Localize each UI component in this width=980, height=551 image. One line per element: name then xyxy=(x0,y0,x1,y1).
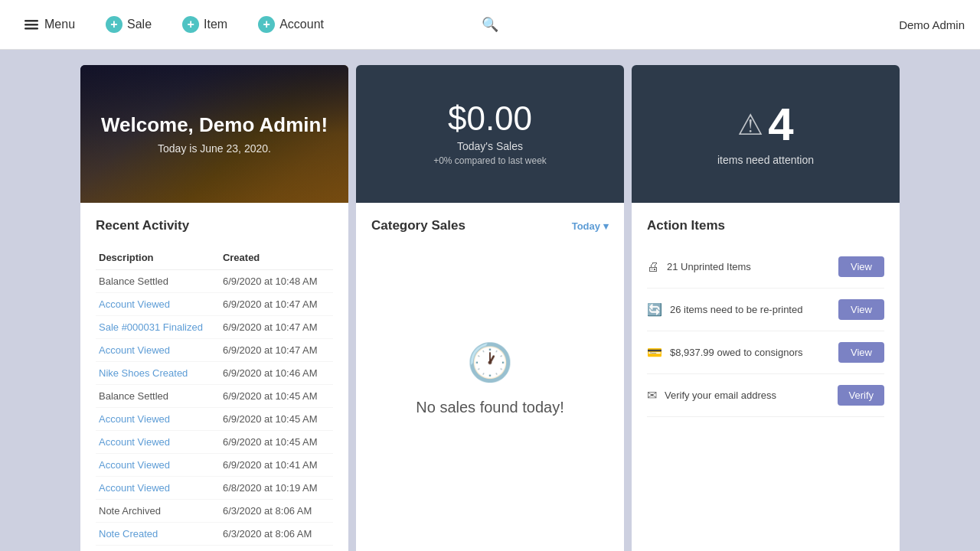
category-sales-title: Category Sales xyxy=(371,218,466,233)
view-button[interactable]: View xyxy=(838,342,884,363)
table-row: Account Viewed6/9/2020 at 10:47 AM xyxy=(96,339,333,362)
menu-icon xyxy=(23,16,40,33)
category-sales-panel: Category Sales Today ▾ 🕐 No sales found … xyxy=(356,203,624,551)
clock-icon: 🕐 xyxy=(467,341,513,384)
view-button[interactable]: View xyxy=(838,256,884,277)
col-welcome: Welcome, Demo Admin! Today is June 23, 2… xyxy=(80,65,348,551)
activity-created: 6/9/2020 at 10:48 AM xyxy=(220,270,333,293)
activity-created: 6/8/2020 at 10:19 AM xyxy=(220,477,333,500)
view-button[interactable]: View xyxy=(838,299,884,320)
col-description: Description xyxy=(96,246,220,270)
activity-description[interactable]: Account Viewed xyxy=(96,339,220,362)
sale-nav-item[interactable]: + Sale xyxy=(98,11,159,37)
svg-rect-1 xyxy=(24,24,38,26)
table-row: Nike Shoes Created6/9/2020 at 10:46 AM xyxy=(96,362,333,385)
activity-created: 6/3/2020 at 8:06 AM xyxy=(220,523,333,546)
action-item-label: $8,937.99 owed to consignors xyxy=(670,347,802,358)
action-item-left: 🖨21 Unprinted Items xyxy=(647,260,751,274)
item-nav-item[interactable]: + Item xyxy=(175,11,235,37)
item-label: Item xyxy=(204,18,227,31)
no-sales-container: 🕐 No sales found today! xyxy=(371,246,609,514)
activity-description[interactable]: Account Viewed xyxy=(96,431,220,454)
table-row: Account Viewed6/9/2020 at 10:45 AM xyxy=(96,431,333,454)
sales-compare: +0% compared to last week xyxy=(433,155,547,166)
today-filter-label: Today xyxy=(572,220,600,232)
welcome-card: Welcome, Demo Admin! Today is June 23, 2… xyxy=(80,65,348,203)
svg-rect-2 xyxy=(24,28,38,30)
sale-label: Sale xyxy=(127,18,152,31)
attention-number: 4 xyxy=(768,102,793,148)
activity-description[interactable]: Note Created xyxy=(96,546,220,552)
item-plus-icon: + xyxy=(182,16,199,33)
activity-table: Description Created Balance Settled6/9/2… xyxy=(96,246,333,551)
table-row: Note Created6/3/2020 at 8:06 AM xyxy=(96,523,333,546)
action-item-row: ✉Verify your email addressVerify xyxy=(647,374,884,417)
sales-card: $0.00 Today's Sales +0% compared to last… xyxy=(356,65,624,203)
activity-created: 6/9/2020 at 10:47 AM xyxy=(220,293,333,316)
activity-description: Note Archived xyxy=(96,500,220,523)
sales-amount: $0.00 xyxy=(448,102,532,135)
account-nav-item[interactable]: + Account xyxy=(250,11,332,37)
table-row: Account Viewed6/9/2020 at 10:41 AM xyxy=(96,454,333,477)
welcome-subtitle: Today is June 23, 2020. xyxy=(101,142,328,155)
money-icon: 💳 xyxy=(647,345,662,360)
activity-created: 6/9/2020 at 10:45 AM xyxy=(220,385,333,408)
action-item-label: Verify your email address xyxy=(665,390,776,401)
action-items-header: Action Items xyxy=(647,218,884,233)
activity-description[interactable]: Nike Shoes Created xyxy=(96,362,220,385)
attention-card: ⚠ 4 items need attention xyxy=(632,65,900,203)
table-row: Sale #000031 Finalized6/9/2020 at 10:47 … xyxy=(96,316,333,339)
menu-label: Menu xyxy=(44,18,75,31)
sales-label: Today's Sales xyxy=(457,140,523,152)
activity-description: Balance Settled xyxy=(96,270,220,293)
table-row: Note Created6/3/2020 at 8:05 AM xyxy=(96,546,333,552)
menu-nav-item[interactable]: Menu xyxy=(15,11,83,37)
attention-label: items need attention xyxy=(717,154,814,166)
action-items-title: Action Items xyxy=(647,218,725,233)
action-item-row: 🔄26 items need to be re-printedView xyxy=(647,289,884,331)
search-icon[interactable]: 🔍 xyxy=(482,17,498,32)
activity-description[interactable]: Account Viewed xyxy=(96,408,220,431)
action-item-left: ✉Verify your email address xyxy=(647,388,776,403)
activity-created: 6/9/2020 at 10:45 AM xyxy=(220,431,333,454)
attention-row: ⚠ 4 xyxy=(737,102,793,148)
table-row: Account Viewed6/9/2020 at 10:47 AM xyxy=(96,293,333,316)
printer-icon: 🖨 xyxy=(647,260,659,274)
table-row: Balance Settled6/9/2020 at 10:45 AM xyxy=(96,385,333,408)
activity-description[interactable]: Note Created xyxy=(96,523,220,546)
action-item-label: 26 items need to be re-printed xyxy=(670,304,802,315)
activity-created: 6/9/2020 at 10:41 AM xyxy=(220,454,333,477)
sale-plus-icon: + xyxy=(106,16,122,33)
activity-description[interactable]: Sale #000031 Finalized xyxy=(96,316,220,339)
recent-activity-title: Recent Activity xyxy=(96,218,189,233)
action-item-label: 21 Unprinted Items xyxy=(667,261,751,272)
activity-created: 6/3/2020 at 8:06 AM xyxy=(220,500,333,523)
search-container[interactable]: 🔍 xyxy=(482,16,498,33)
recent-activity-header: Recent Activity xyxy=(96,218,333,233)
recent-activity-panel: Recent Activity Description Created Bala… xyxy=(80,203,348,551)
account-plus-icon: + xyxy=(258,16,275,33)
action-items-list: 🖨21 Unprinted ItemsView🔄26 items need to… xyxy=(647,246,884,417)
warning-icon: ⚠ xyxy=(737,108,763,142)
category-sales-header: Category Sales Today ▾ xyxy=(371,218,609,233)
action-item-left: 💳$8,937.99 owed to consignors xyxy=(647,345,802,360)
main-content: Welcome, Demo Admin! Today is June 23, 2… xyxy=(0,50,980,551)
activity-description[interactable]: Account Viewed xyxy=(96,293,220,316)
svg-rect-0 xyxy=(24,20,38,22)
verify-button[interactable]: Verify xyxy=(838,385,884,406)
activity-description: Balance Settled xyxy=(96,385,220,408)
action-items-panel: Action Items 🖨21 Unprinted ItemsView🔄26 … xyxy=(632,203,900,551)
header-nav: Menu + Sale + Item + Account xyxy=(15,11,332,37)
header: Menu + Sale + Item + Account 🔍 Demo Admi… xyxy=(0,0,980,50)
action-item-left: 🔄26 items need to be re-printed xyxy=(647,302,802,317)
table-row: Note Archived6/3/2020 at 8:06 AM xyxy=(96,500,333,523)
activity-description[interactable]: Account Viewed xyxy=(96,454,220,477)
activity-description[interactable]: Account Viewed xyxy=(96,477,220,500)
email-icon: ✉ xyxy=(647,388,657,403)
today-filter[interactable]: Today ▾ xyxy=(572,220,609,232)
table-row: Account Viewed6/8/2020 at 10:19 AM xyxy=(96,477,333,500)
activity-created: 6/3/2020 at 8:05 AM xyxy=(220,546,333,552)
user-name: Demo Admin xyxy=(899,18,965,31)
table-row: Balance Settled6/9/2020 at 10:48 AM xyxy=(96,270,333,293)
col-sales: $0.00 Today's Sales +0% compared to last… xyxy=(356,65,624,551)
